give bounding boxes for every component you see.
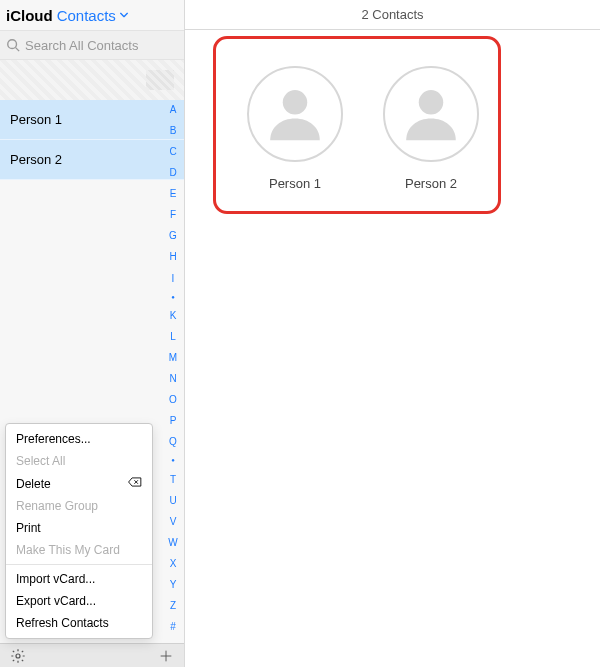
alpha-index-letter[interactable]: B [170, 125, 177, 137]
menu-item-label: Select All [16, 454, 65, 468]
menu-separator [6, 564, 152, 565]
alpha-index-letter[interactable]: ● [171, 457, 175, 464]
alpha-index-letter[interactable]: T [170, 474, 176, 486]
sidebar-header: iCloud Contacts [0, 0, 184, 30]
svg-point-8 [419, 90, 444, 114]
menu-item[interactable]: Preferences... [6, 428, 152, 450]
contact-row-name: Person 1 [10, 112, 62, 127]
menu-item-label: Make This My Card [16, 543, 120, 557]
alpha-index-letter[interactable]: Z [170, 600, 176, 612]
plus-icon[interactable] [158, 648, 174, 664]
menu-item-label: Delete [16, 477, 51, 491]
alpha-index-letter[interactable]: L [170, 331, 176, 343]
contact-row-name: Person 2 [10, 152, 62, 167]
gear-icon[interactable] [10, 648, 26, 664]
app-name: iCloud [6, 7, 53, 24]
svg-point-7 [283, 90, 308, 114]
menu-item[interactable]: Print [6, 517, 152, 539]
backspace-icon [128, 476, 142, 491]
menu-item: Rename Group [6, 495, 152, 517]
svg-line-1 [16, 48, 20, 52]
contact-card-name: Person 2 [373, 176, 489, 191]
contact-card[interactable]: Person 2 [373, 66, 489, 191]
alpha-index-letter[interactable]: # [170, 621, 176, 633]
alpha-index-letter[interactable]: A [170, 104, 177, 116]
menu-item-label: Export vCard... [16, 594, 96, 608]
menu-item-label: Import vCard... [16, 572, 95, 586]
svg-point-0 [8, 40, 17, 49]
contact-row[interactable]: Person 2 [0, 140, 184, 180]
contact-card[interactable]: Person 1 [237, 66, 353, 191]
alpha-index-letter[interactable]: E [170, 188, 177, 200]
alpha-index-letter[interactable]: H [169, 251, 176, 263]
alpha-index-letter[interactable]: F [170, 209, 176, 221]
alpha-index-letter[interactable]: M [169, 352, 177, 364]
alpha-index-letter[interactable]: P [170, 415, 177, 427]
contacts-dropdown-label: Contacts [57, 7, 116, 24]
detail-pane: 2 Contacts Person 1 Person 2 [185, 0, 600, 667]
alpha-index-letter[interactable]: Q [169, 436, 177, 448]
menu-item: Select All [6, 450, 152, 472]
search-bar[interactable] [0, 30, 184, 60]
alpha-index-letter[interactable]: K [170, 310, 177, 322]
menu-item-label: Refresh Contacts [16, 616, 109, 630]
alpha-index-letter[interactable]: N [169, 373, 176, 385]
menu-item[interactable]: Export vCard... [6, 590, 152, 612]
me-card[interactable] [0, 60, 184, 100]
alpha-index-letter[interactable]: ● [171, 294, 175, 301]
search-input[interactable] [25, 38, 178, 53]
alpha-index-letter[interactable]: X [170, 558, 177, 570]
detail-header: 2 Contacts [185, 0, 600, 30]
alpha-index-letter[interactable]: U [169, 495, 176, 507]
chevron-down-icon [119, 10, 129, 20]
alpha-index-letter[interactable]: O [169, 394, 177, 406]
menu-item-label: Preferences... [16, 432, 91, 446]
alpha-index-letter[interactable]: W [168, 537, 177, 549]
sidebar-toolbar [0, 643, 184, 667]
svg-point-4 [16, 654, 20, 658]
alpha-index-letter[interactable]: C [169, 146, 176, 158]
contact-cards: Person 1 Person 2 [195, 50, 590, 191]
menu-item-label: Print [16, 521, 41, 535]
contact-card-name: Person 1 [237, 176, 353, 191]
contacts-dropdown[interactable]: Contacts [57, 7, 129, 24]
alpha-index-letter[interactable]: I [172, 273, 175, 285]
contact-row[interactable]: Person 1 [0, 100, 184, 140]
detail-body: Person 1 Person 2 [185, 30, 600, 667]
sidebar: iCloud Contacts Person 1 Person 2 AB [0, 0, 185, 667]
menu-item[interactable]: Import vCard... [6, 568, 152, 590]
alpha-index-letter[interactable]: G [169, 230, 177, 242]
alpha-index-letter[interactable]: Y [170, 579, 177, 591]
alpha-index[interactable]: ABCDEFGHI●KLMNOPQ●TUVWXYZ# [162, 100, 184, 643]
alpha-index-letter[interactable]: D [169, 167, 176, 179]
menu-item[interactable]: Refresh Contacts [6, 612, 152, 634]
search-icon [6, 38, 20, 52]
menu-item-label: Rename Group [16, 499, 98, 513]
avatar-icon [383, 66, 479, 162]
menu-item[interactable]: Delete [6, 472, 152, 495]
settings-menu: Preferences...Select AllDeleteRename Gro… [5, 423, 153, 639]
alpha-index-letter[interactable]: V [170, 516, 177, 528]
contacts-count: 2 Contacts [361, 7, 423, 22]
avatar-icon [247, 66, 343, 162]
menu-item: Make This My Card [6, 539, 152, 561]
